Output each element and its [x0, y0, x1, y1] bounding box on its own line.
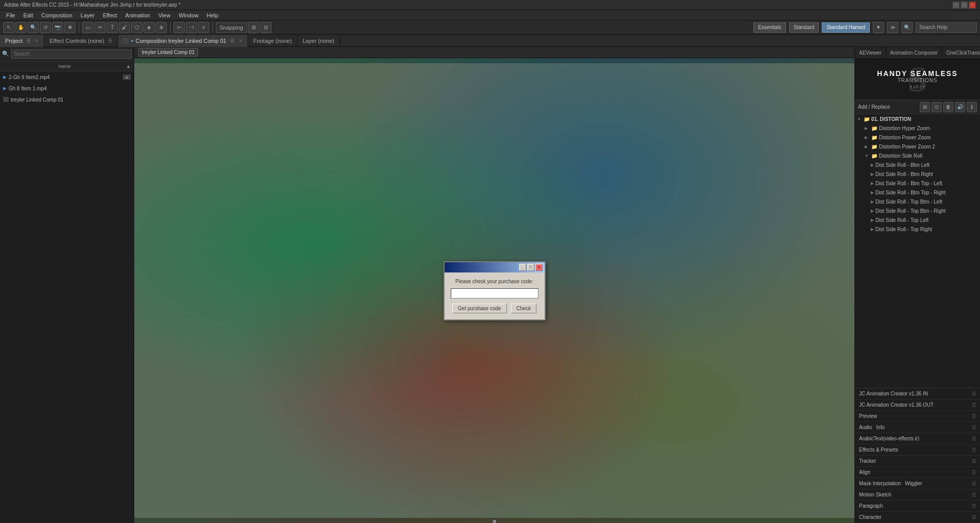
maximize-button[interactable]: □ — [961, 2, 968, 9]
project-search-input[interactable] — [11, 49, 132, 59]
tree-distortion-side-roll[interactable]: ▼ 📁 Distortion Side Roll — [855, 151, 980, 160]
tool-rect[interactable]: ▭ — [82, 22, 93, 33]
workspace-standard-hamed[interactable]: Standard Hamed — [822, 22, 870, 33]
options-icon[interactable]: ▲ — [126, 64, 131, 69]
tool-hand[interactable]: ✋ — [15, 22, 27, 33]
comp-breadcrumb-label[interactable]: treyler Linked Comp 01 — [138, 48, 198, 57]
panel-character-menu[interactable]: ☰ — [972, 515, 976, 520]
tool-pan[interactable]: ✥ — [64, 22, 76, 33]
menu-effect[interactable]: Effect — [99, 11, 121, 19]
tree-item-btm-left[interactable]: ▶ Dist Side Roll - Btm Left — [855, 160, 980, 169]
panel-motion-sketch-menu[interactable]: ☰ — [972, 492, 976, 497]
close-button[interactable]: × — [969, 2, 976, 9]
workspace-expand[interactable]: ≫ — [887, 22, 898, 33]
panel-effects-presets-menu[interactable]: ☰ — [972, 447, 976, 453]
tab-oneclicktransitions[interactable]: OneClickTransitions_Vol.1 — [942, 47, 980, 59]
panel-paragraph-menu[interactable]: ☰ — [972, 504, 976, 509]
panel-jc-in[interactable]: JC Animation Creator v1.36 IN ☰ — [855, 388, 980, 400]
menu-window[interactable]: Window — [175, 11, 203, 19]
menu-file[interactable]: File — [2, 11, 19, 19]
tree-item-top-right[interactable]: ▶ Dist Side Roll - Top Right — [855, 225, 980, 234]
dialog-code-input[interactable] — [451, 288, 538, 298]
tree-distortion-power-zoom-2[interactable]: ▶ 📁 Distortion Power Zoom 2 — [855, 142, 980, 151]
panel-mask-interpolation[interactable]: Mask Interpolation Wiggler ☰ — [855, 478, 980, 489]
project-tab-menu[interactable]: ☰ — [27, 38, 31, 43]
workspace-essentials[interactable]: Essentials — [753, 22, 786, 33]
panel-effects-presets[interactable]: Effects & Presets ☰ — [855, 444, 980, 456]
tool-align-r[interactable]: ≡ — [198, 22, 209, 33]
tool-brush[interactable]: 🖌 — [119, 22, 130, 33]
tool-pen[interactable]: ✏ — [94, 22, 106, 33]
workspace-menu[interactable]: ▼ — [873, 22, 884, 33]
tree-distortion-power-zoom[interactable]: ▶ 📁 Distortion Power Zoom — [855, 133, 980, 142]
tool-arrow[interactable]: ↖ — [3, 22, 14, 33]
panel-tracker-menu[interactable]: ☰ — [972, 459, 976, 464]
dialog-close[interactable]: × — [535, 264, 543, 271]
tree-item-top-left[interactable]: ▶ Dist Side Roll - Top Left — [855, 215, 980, 225]
tree-item-btm-top-left[interactable]: ▶ Dist Side Roll - Btm Top - Left — [855, 179, 980, 188]
tool-zoom[interactable]: 🔍 — [28, 22, 39, 33]
get-purchase-code-button[interactable]: Get purshase code — [452, 304, 507, 313]
tab-effect-controls[interactable]: Effect Controls (none) ☰ — [44, 35, 118, 47]
hst-btn-audio[interactable]: 🔊 — [955, 102, 965, 112]
tree-item-btm-top-right[interactable]: ▶ Dist Side Roll - Btm Top - Right — [855, 188, 980, 197]
menu-layer[interactable]: Layer — [77, 11, 99, 19]
panel-jc-out-menu[interactable]: ☰ — [972, 403, 976, 408]
tool-camera[interactable]: 📷 — [52, 22, 63, 33]
panel-mask-interp-menu[interactable]: ☰ — [972, 481, 976, 486]
panel-info-menu[interactable]: ☰ — [972, 425, 976, 430]
tool-puppet[interactable]: ⊕ — [156, 22, 167, 33]
hst-btn-info[interactable]: ℹ — [967, 102, 977, 112]
search-help-input[interactable]: Search Help — [916, 22, 977, 33]
panel-jc-out[interactable]: JC Animation Creator v1.36 OUT ☰ — [855, 400, 980, 411]
dialog-maximize[interactable]: □ — [527, 264, 534, 271]
snap-btn-2[interactable]: ⊟ — [260, 22, 272, 33]
menu-help[interactable]: Help — [203, 11, 223, 19]
dialog-minimize[interactable]: _ — [519, 264, 526, 271]
tab-project[interactable]: Project ☰ ✕ — [0, 35, 44, 47]
hst-btn-clock[interactable]: ⊙ — [932, 102, 942, 112]
composition-tab-menu[interactable]: ☰ — [230, 38, 234, 43]
panel-align-menu[interactable]: ☰ — [972, 470, 976, 475]
panel-audio[interactable]: Audio Info ☰ — [855, 422, 980, 433]
category-distortion[interactable]: ▼ 📁 01. DISTORTION — [855, 114, 980, 123]
tree-item-top-btm-left[interactable]: ▶ Dist Side Roll - Top Btm - Left — [855, 197, 980, 206]
tab-layer[interactable]: Layer (none) — [298, 35, 340, 47]
panel-jc-in-menu[interactable]: ☰ — [972, 391, 976, 396]
project-item-3[interactable]: ⬛ treyler Linked Comp 01 — [0, 94, 134, 105]
tool-align-c[interactable]: ⊣ — [186, 22, 197, 33]
hst-btn-grid[interactable]: ⊞ — [920, 102, 930, 112]
tab-composition[interactable]: ⬛ ● Composition treyler Linked Comp 01 ☰… — [118, 35, 248, 47]
tool-rotate[interactable]: ↺ — [40, 22, 51, 33]
tree-item-btm-right[interactable]: ▶ Dist Side Roll - Btm Right — [855, 169, 980, 179]
minimize-button[interactable]: − — [952, 2, 960, 9]
panel-motion-sketch[interactable]: Motion Sketch ☰ — [855, 489, 980, 501]
tool-eraser[interactable]: ◈ — [143, 22, 155, 33]
search-icon-btn[interactable]: 🔍 — [901, 22, 913, 33]
tool-text[interactable]: T — [107, 22, 118, 33]
tab-footage[interactable]: Footage (none) — [248, 35, 297, 47]
project-item-1[interactable]: ▶ 2-Gh 9 Item2.mp4 ▲ — [0, 71, 134, 83]
project-tab-close[interactable]: ✕ — [35, 38, 39, 43]
snap-btn[interactable]: ⊞ — [248, 22, 259, 33]
panel-arabictext-menu[interactable]: ☰ — [972, 436, 976, 441]
panel-arabictext[interactable]: ArabicText(video-effects.ir) ☰ — [855, 433, 980, 444]
panel-align[interactable]: Align ☰ — [855, 467, 980, 478]
panel-paragraph[interactable]: Paragraph ☰ — [855, 501, 980, 512]
effect-controls-menu[interactable]: ☰ — [108, 38, 112, 43]
menu-edit[interactable]: Edit — [19, 11, 37, 19]
tool-stamp[interactable]: ⬡ — [131, 22, 142, 33]
tree-distortion-hyper-zoom[interactable]: ▶ 📁 Distortion Hyper Zoom — [855, 123, 980, 133]
menu-animation[interactable]: Animation — [121, 11, 154, 19]
panel-character[interactable]: Character ☰ — [855, 512, 980, 523]
panel-tracker[interactable]: Tracker ☰ — [855, 456, 980, 467]
check-button[interactable]: Check — [511, 304, 536, 313]
tree-item-top-btm-right[interactable]: ▶ Dist Side Roll - Top Btm - Right — [855, 206, 980, 215]
hst-btn-trash[interactable]: 🗑 — [943, 102, 953, 112]
panel-preview-menu[interactable]: ☰ — [972, 414, 976, 419]
tool-align-l[interactable]: ⊢ — [174, 22, 185, 33]
menu-view[interactable]: View — [154, 11, 175, 19]
panel-preview[interactable]: Preview ☰ — [855, 411, 980, 422]
tab-aeviewer[interactable]: AEViewer — [855, 47, 886, 59]
menu-composition[interactable]: Composition — [37, 11, 77, 19]
